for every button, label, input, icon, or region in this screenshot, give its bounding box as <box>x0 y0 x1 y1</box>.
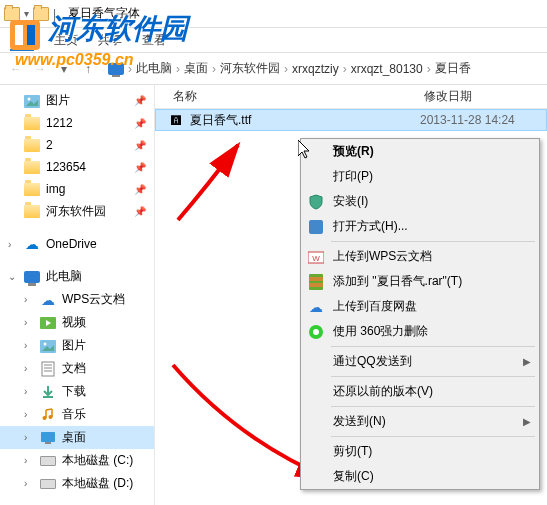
svg-rect-8 <box>42 362 54 376</box>
download-icon <box>40 384 56 400</box>
menu-item[interactable]: ☁上传到百度网盘 <box>301 294 539 319</box>
sidebar-item[interactable]: ›视频 <box>0 311 154 334</box>
sidebar-item[interactable]: 图片📌 <box>0 89 154 112</box>
sidebar-item-label: 下载 <box>62 383 86 400</box>
folder-icon <box>24 181 40 197</box>
svg-rect-20 <box>309 277 323 281</box>
sidebar-item[interactable]: ⌄此电脑 <box>0 265 154 288</box>
sidebar-item-label: 河东软件园 <box>46 203 106 220</box>
menu-item-label: 安装(I) <box>333 193 368 210</box>
sidebar-item-label: 视频 <box>62 314 86 331</box>
ribbon-tabs: 文件 主页 共享 查看 <box>0 28 547 53</box>
folder-icon <box>24 115 40 131</box>
sidebar-item-label: 桌面 <box>62 429 86 446</box>
sidebar-item-label: 音乐 <box>62 406 86 423</box>
font-file-icon: 🅰 <box>168 112 184 128</box>
submenu-arrow-icon: ▶ <box>523 356 531 367</box>
sidebar-item[interactable]: img📌 <box>0 178 154 200</box>
app-icon <box>307 218 325 236</box>
sidebar-item-label: 图片 <box>46 92 70 109</box>
sidebar-item-label: 此电脑 <box>46 268 82 285</box>
column-name[interactable]: 名称 <box>155 88 420 105</box>
expand-icon[interactable]: › <box>24 294 34 305</box>
video-icon <box>40 315 56 331</box>
file-date: 2013-11-28 14:24 <box>420 113 515 127</box>
tab-share[interactable]: 共享 <box>98 32 122 49</box>
pc-icon <box>24 269 40 285</box>
dropdown-icon[interactable]: ▾ <box>24 8 29 19</box>
column-date[interactable]: 修改日期 <box>420 88 547 105</box>
sidebar-item[interactable]: ›文档 <box>0 357 154 380</box>
menu-item[interactable]: 剪切(T) <box>301 439 539 464</box>
expand-icon[interactable]: › <box>24 409 34 420</box>
menu-item[interactable]: 通过QQ发送到▶ <box>301 349 539 374</box>
menu-item[interactable]: 还原以前的版本(V) <box>301 379 539 404</box>
expand-icon[interactable]: › <box>8 239 18 250</box>
expand-icon[interactable]: › <box>24 432 34 443</box>
sidebar-item[interactable]: ›本地磁盘 (D:) <box>0 472 154 495</box>
menu-item[interactable]: 打印(P) <box>301 164 539 189</box>
onedrive-icon: ☁ <box>24 236 40 252</box>
menu-item[interactable]: 打开方式(H)... <box>301 214 539 239</box>
submenu-arrow-icon: ▶ <box>523 416 531 427</box>
sidebar-item[interactable]: 1212📌 <box>0 112 154 134</box>
menu-item[interactable]: 添加到 "夏日香气.rar"(T) <box>301 269 539 294</box>
sidebar-item[interactable]: 2📌 <box>0 134 154 156</box>
sidebar-item[interactable]: ›下载 <box>0 380 154 403</box>
doc-icon <box>40 361 56 377</box>
expand-icon[interactable]: › <box>24 363 34 374</box>
sidebar-item-label: 2 <box>46 138 53 152</box>
expand-icon[interactable]: › <box>24 455 34 466</box>
expand-icon[interactable]: ⌄ <box>8 271 18 282</box>
window-title: 夏日香气字体 <box>68 5 140 22</box>
nav-forward[interactable]: → <box>28 57 52 81</box>
tab-file[interactable]: 文件 <box>10 29 34 51</box>
list-row[interactable]: 🅰 夏日香气.ttf 2013-11-28 14:24 <box>155 109 547 131</box>
folder-icon <box>24 137 40 153</box>
sidebar-item[interactable]: ›本地磁盘 (C:) <box>0 449 154 472</box>
menu-item[interactable]: W上传到WPS云文档 <box>301 244 539 269</box>
menu-item-label: 预览(R) <box>333 143 374 160</box>
sidebar-item[interactable]: ›☁OneDrive <box>0 233 154 255</box>
sidebar-item[interactable]: 河东软件园📌 <box>0 200 154 223</box>
sidebar-item[interactable]: ›☁WPS云文档 <box>0 288 154 311</box>
tab-view[interactable]: 查看 <box>142 32 166 49</box>
menu-item-label: 发送到(N) <box>333 413 386 430</box>
sidebar-item[interactable]: ›音乐 <box>0 403 154 426</box>
chevron-right-icon: › <box>128 62 132 76</box>
sidebar-item[interactable]: ›桌面 <box>0 426 154 449</box>
menu-item[interactable]: 预览(R) <box>301 139 539 164</box>
image-icon <box>24 93 40 109</box>
menu-item[interactable]: 发送到(N)▶ <box>301 409 539 434</box>
breadcrumb[interactable]: › 此电脑 › 桌面 › 河东软件园 › xrxqztziy › xrxqzt_… <box>108 60 543 77</box>
nav-dropdown[interactable]: ▾ <box>52 57 76 81</box>
menu-item-label: 使用 360强力删除 <box>333 323 428 340</box>
cursor-icon <box>298 140 314 164</box>
desktop-icon <box>40 430 56 446</box>
expand-icon[interactable]: › <box>24 340 34 351</box>
menu-item[interactable]: 使用 360强力删除 <box>301 319 539 344</box>
pin-icon: 📌 <box>134 95 146 106</box>
menu-item-label: 打开方式(H)... <box>333 218 408 235</box>
svg-rect-19 <box>309 274 323 290</box>
folder-icon <box>24 204 40 220</box>
nav-up[interactable]: ↑ <box>76 57 100 81</box>
menu-item[interactable]: 安装(I) <box>301 189 539 214</box>
sidebar-item-label: 文档 <box>62 360 86 377</box>
sidebar-item[interactable]: 123654📌 <box>0 156 154 178</box>
tab-home[interactable]: 主页 <box>54 32 78 49</box>
sidebar-item[interactable]: ›图片 <box>0 334 154 357</box>
expand-icon[interactable]: › <box>24 317 34 328</box>
menu-item-label: 通过QQ发送到 <box>333 353 412 370</box>
svg-point-23 <box>313 329 319 335</box>
360-icon <box>307 323 325 341</box>
menu-item[interactable]: 复制(C) <box>301 464 539 489</box>
menu-item-label: 上传到WPS云文档 <box>333 248 432 265</box>
pin-icon: 📌 <box>134 206 146 217</box>
pin-icon: 📌 <box>134 162 146 173</box>
nav-back[interactable]: ← <box>4 57 28 81</box>
expand-icon[interactable]: › <box>24 478 34 489</box>
pin-icon: 📌 <box>134 140 146 151</box>
expand-icon[interactable]: › <box>24 386 34 397</box>
sidebar: 图片📌1212📌2📌123654📌img📌河东软件园📌›☁OneDrive⌄此电… <box>0 85 155 505</box>
